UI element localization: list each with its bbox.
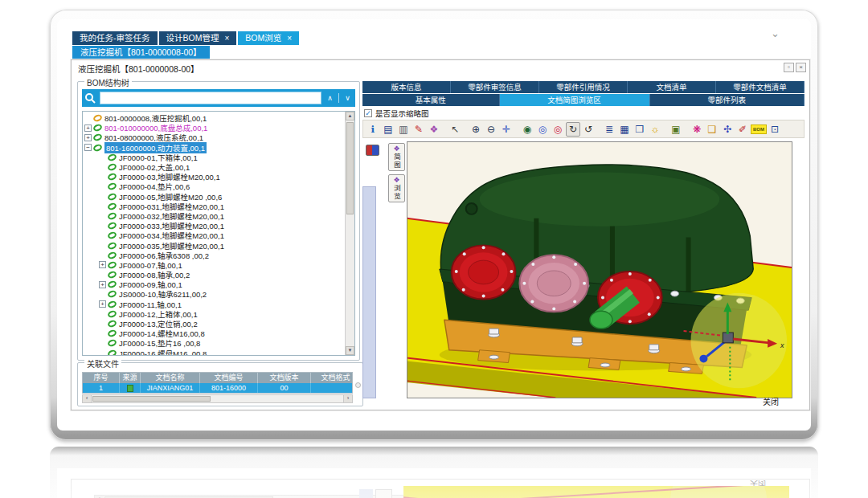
- tree-expander-icon[interactable]: −: [84, 144, 92, 151]
- thumbnail-checkbox[interactable]: ✓: [364, 109, 372, 117]
- scrollbar-thumb[interactable]: [92, 396, 211, 402]
- part-link-icon: [107, 153, 117, 162]
- cell-source: [120, 383, 141, 394]
- column-header[interactable]: 文档格式: [311, 373, 353, 383]
- tree-item[interactable]: JF0000-16,螺母M16 ,00,8: [84, 349, 343, 357]
- zoom-in-icon[interactable]: ⊕: [469, 122, 483, 137]
- part-link-icon: [107, 221, 117, 231]
- detail-tab[interactable]: 基本属性: [362, 94, 500, 106]
- part-link-icon: [107, 300, 117, 309]
- detail-tabs-top: 版本信息 零部件审签信息 零部件引用情况 文档清单 零部件文档清单: [362, 81, 805, 93]
- part-link-icon: [107, 172, 117, 182]
- app-screen: ⌄ 我的任务-审签任务 设计BOM管理 × BOM浏览 × 液压挖掘机【801-…: [57, 19, 811, 431]
- layers-icon[interactable]: ≣: [602, 122, 616, 137]
- collapsed-panel-strip[interactable]: [362, 186, 376, 398]
- detail-tab[interactable]: 版本信息: [362, 81, 451, 93]
- search-prev-icon[interactable]: ∧: [325, 94, 335, 102]
- paint-brush-icon[interactable]: ✐: [735, 122, 750, 137]
- print-icon[interactable]: ▥: [396, 122, 411, 137]
- tab-close-icon[interactable]: ×: [287, 31, 292, 45]
- table-row[interactable]: 1 JIANXIANG01 801-16000 00: [83, 383, 352, 394]
- scrollbar-thumb[interactable]: [346, 122, 354, 214]
- close-window-link[interactable]: 关闭: [763, 395, 779, 407]
- view-cube-icon[interactable]: ❒: [633, 122, 647, 137]
- zoom-window-icon[interactable]: ◉: [520, 122, 534, 137]
- section-table-icon[interactable]: ▦: [617, 122, 632, 137]
- window-controls: ▫ ×: [784, 63, 806, 72]
- orbit-icon[interactable]: ↺: [581, 122, 596, 137]
- tree-expander-icon[interactable]: +: [99, 281, 106, 288]
- scroll-right-icon[interactable]: ›: [343, 395, 352, 402]
- column-header[interactable]: 序号: [83, 373, 120, 383]
- main-tab[interactable]: 设计BOM管理 ×: [159, 31, 237, 45]
- tree-expander-icon[interactable]: +: [99, 261, 106, 268]
- minimize-button[interactable]: ▫: [784, 63, 794, 72]
- 3d-model-canvas[interactable]: x: [407, 141, 792, 398]
- annotate-pen-icon[interactable]: ✎: [411, 122, 426, 137]
- main-tab[interactable]: 我的任务-审签任务: [72, 31, 158, 45]
- table-header-row: 序号 来源 文档名称 文档编号 文档版本 文档格式: [83, 373, 352, 383]
- table-corner-button[interactable]: [355, 382, 361, 388]
- part-link-icon: [107, 211, 117, 221]
- cell-doc-name: JIANXIANG01: [141, 383, 200, 394]
- detail-tab[interactable]: 文档简图浏览区: [500, 94, 650, 106]
- palette-icon[interactable]: ❖: [427, 122, 441, 137]
- detail-tab[interactable]: 文档清单: [628, 81, 716, 93]
- document-book-icon[interactable]: [366, 145, 379, 156]
- material-icon[interactable]: ❑: [705, 122, 719, 137]
- tree-item[interactable]: + 801-010000000,底盘总成,00,1: [84, 123, 96, 133]
- part-link-icon: [107, 329, 117, 338]
- tree-expander-icon[interactable]: +: [84, 134, 92, 141]
- detail-panel: 版本信息 零部件审签信息 零部件引用情况 文档清单 零部件文档清单 基本属性: [362, 81, 805, 405]
- part-link-icon: [107, 349, 117, 356]
- light-icon[interactable]: ☼: [648, 122, 662, 137]
- search-icon: [84, 92, 96, 104]
- zoom-out-icon[interactable]: ⊖: [484, 122, 498, 137]
- scroll-down-icon[interactable]: ▼: [346, 346, 354, 355]
- column-header[interactable]: 文档编号: [200, 373, 258, 383]
- chevron-down-icon[interactable]: ⌄: [771, 27, 780, 39]
- scroll-left-icon[interactable]: ‹: [83, 395, 92, 402]
- cell-seq: 1: [83, 383, 120, 394]
- column-header[interactable]: 文档名称: [141, 373, 200, 383]
- info-icon[interactable]: ℹ: [366, 122, 380, 137]
- viewer-side-tab-label: 浏览: [392, 185, 402, 200]
- column-header[interactable]: 来源: [120, 373, 141, 383]
- preview-document-icon[interactable]: ▤: [381, 122, 395, 137]
- part-link-icon: [107, 339, 117, 349]
- detail-tab[interactable]: 零部件文档清单: [716, 81, 805, 93]
- main-tab-label: 我的任务-审签任务: [80, 31, 150, 45]
- viewer-side-tab-icon: ❖: [393, 177, 399, 184]
- document-tab[interactable]: 液压挖掘机【801-0000008-00】: [72, 46, 210, 59]
- snapshot-icon[interactable]: ▣: [669, 122, 683, 137]
- tab-close-icon[interactable]: ×: [224, 31, 229, 45]
- detail-tab[interactable]: 零部件引用情况: [539, 81, 628, 93]
- part-link-icon: [107, 309, 117, 319]
- close-button[interactable]: ×: [796, 63, 806, 72]
- cell-doc-version: 00: [258, 383, 311, 394]
- select-cursor-icon[interactable]: ↖: [448, 122, 462, 137]
- document-source-icon: [127, 385, 133, 392]
- detail-tab[interactable]: 零部件审签信息: [451, 81, 539, 93]
- main-tab[interactable]: BOM浏览 ×: [238, 31, 299, 45]
- rotate-center-icon[interactable]: ◎: [551, 122, 565, 137]
- viewer-side-tab[interactable]: ❖ 浏览: [388, 174, 405, 202]
- column-header[interactable]: 文档版本: [258, 373, 311, 383]
- tree-expander-icon[interactable]: +: [99, 300, 106, 308]
- compass-icon[interactable]: ✣: [720, 122, 735, 137]
- table-hscrollbar[interactable]: ‹ ›: [82, 394, 353, 403]
- detail-tab[interactable]: 零部件列表: [650, 94, 805, 106]
- export-view-icon[interactable]: ⊡: [768, 122, 782, 137]
- tree-scrollbar[interactable]: ▲ ▼: [345, 112, 354, 355]
- scroll-up-icon[interactable]: ▲: [346, 112, 354, 120]
- viewer-side-tab[interactable]: ❖ 简图: [388, 143, 405, 171]
- rotate-view-icon[interactable]: ↻: [566, 122, 580, 137]
- search-next-icon[interactable]: ∨: [342, 94, 353, 102]
- render-mode-icon[interactable]: ❋: [690, 122, 704, 137]
- tree-search-input[interactable]: [100, 92, 321, 104]
- bom-label-icon[interactable]: BOM: [751, 124, 767, 134]
- zoom-select-icon[interactable]: ◎: [535, 122, 550, 137]
- tree-expander-icon[interactable]: +: [84, 124, 92, 132]
- zoom-fit-icon[interactable]: ✛: [499, 122, 514, 137]
- part-link-icon: [107, 251, 117, 260]
